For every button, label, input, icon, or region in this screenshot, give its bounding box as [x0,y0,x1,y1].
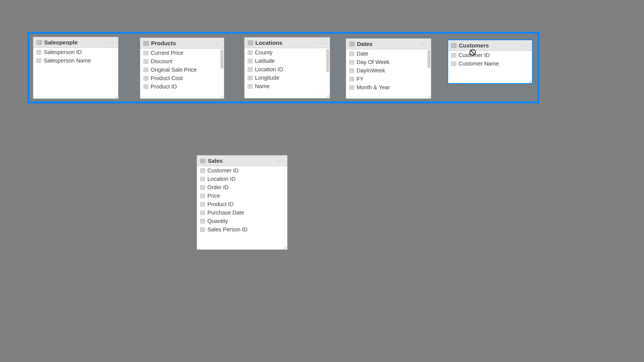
column-icon [143,67,148,72]
resize-grip[interactable] [528,79,532,83]
field-label: Quantity [207,218,228,224]
svg-rect-115 [452,62,456,66]
column-icon [248,50,253,55]
field-row[interactable]: County [245,48,330,57]
svg-rect-20 [144,51,148,55]
field-row[interactable]: Salesperson ID [33,48,118,56]
column-icon [200,219,205,224]
more-options-button[interactable]: ··· [419,41,428,47]
field-label: Current Price [151,50,183,56]
resize-grip[interactable] [325,94,329,98]
column-icon [200,202,205,207]
column-icon [349,51,354,56]
field-list[interactable]: Customer IDLocation IDOrder IDPriceProdu… [197,166,287,249]
field-row[interactable]: Date [346,49,431,58]
more-options-button[interactable]: ··· [521,43,529,49]
svg-rect-45 [248,41,253,45]
field-list[interactable]: Customer IDCustomer Name [448,51,532,83]
scrollbar-thumb[interactable] [220,49,223,69]
table-header[interactable]: Dates··· [346,39,431,49]
more-options-button[interactable]: ··· [276,158,284,164]
column-icon [248,59,253,64]
field-row[interactable]: Original Sale Price [140,66,224,74]
field-row[interactable]: Quantity [197,217,287,225]
table-header[interactable]: Salespeople··· [33,37,118,48]
table-products[interactable]: Products···Current PriceDiscountOriginal… [140,38,224,99]
field-row[interactable]: Day Of Week [346,58,431,66]
field-row[interactable]: Customer Name [448,59,532,68]
svg-rect-75 [350,42,354,46]
field-row[interactable]: Customer ID [448,51,532,59]
svg-rect-160 [200,228,205,231]
column-icon [200,185,205,190]
svg-rect-155 [200,219,205,223]
field-row[interactable]: Purchase Date [197,208,287,217]
field-label: Original Sale Price [151,67,197,73]
table-sales[interactable]: Sales···Customer IDLocation IDOrder IDPr… [197,155,288,250]
resize-grip[interactable] [283,245,287,249]
field-label: DayInWeek [356,67,385,74]
field-list[interactable]: Salesperson IDSalesperson Name [33,48,118,98]
field-row[interactable]: Product ID [197,200,287,208]
field-row[interactable]: Location ID [197,175,287,183]
field-label: Day Of Week [356,59,389,65]
field-row[interactable]: Product Cost [140,74,224,82]
field-row[interactable]: Discount [140,57,224,66]
field-row[interactable]: Customer ID [197,166,287,175]
svg-rect-30 [144,68,148,72]
table-header[interactable]: Locations··· [245,38,330,48]
field-label: Salesperson ID [44,49,82,55]
more-options-button[interactable]: ··· [318,40,327,46]
field-row[interactable]: Product ID [140,82,224,91]
field-label: Month & Year [356,84,390,90]
field-list[interactable]: Current PriceDiscountOriginal Sale Price… [140,49,224,98]
field-label: Purchase Date [207,210,244,216]
field-label: Product ID [207,201,234,207]
table-locations[interactable]: Locations···CountyLatitudeLocation IDLon… [244,37,330,98]
column-icon [349,85,354,90]
field-row[interactable]: Current Price [140,49,224,57]
table-header[interactable]: Customers··· [448,40,532,51]
table-header[interactable]: Products··· [140,38,224,49]
svg-rect-70 [248,84,252,88]
table-icon [451,43,457,48]
svg-rect-145 [200,202,205,206]
table-title: Locations [255,39,316,46]
field-row[interactable]: Month & Year [346,83,431,92]
field-row[interactable]: Price [197,192,287,200]
field-row[interactable]: FY [346,75,431,83]
table-header[interactable]: Sales··· [197,156,287,166]
field-label: Location ID [255,66,283,72]
table-title: Dates [357,41,417,47]
table-icon [349,41,355,47]
field-row[interactable]: Name [245,82,330,90]
scrollbar-thumb[interactable] [326,49,329,72]
field-row[interactable]: Sales Person ID [197,225,287,234]
field-list[interactable]: CountyLatitudeLocation IDLongitudeName [245,48,330,98]
column-icon [248,84,253,89]
field-row[interactable]: Latitude [245,57,330,65]
more-options-button[interactable]: ··· [212,40,221,46]
field-row[interactable]: Longitude [245,74,330,82]
field-row[interactable]: Location ID [245,65,330,74]
field-label: Name [255,83,270,89]
svg-rect-35 [144,76,148,80]
field-row[interactable]: DayInWeek [346,66,431,75]
table-dates[interactable]: Dates···DateDay Of WeekDayInWeekFYMonth … [346,38,431,99]
field-label: Discount [151,58,172,64]
resize-grip[interactable] [220,94,223,98]
column-icon [349,77,354,82]
resize-grip[interactable] [427,94,430,98]
svg-rect-10 [37,59,41,62]
resize-grip[interactable] [114,94,118,98]
field-row[interactable]: Salesperson Name [33,56,118,65]
scrollbar-thumb[interactable] [427,50,430,68]
column-icon [349,68,354,73]
svg-rect-60 [248,67,252,71]
field-row[interactable]: Order ID [197,183,287,192]
more-options-button[interactable]: ··· [107,39,115,46]
field-list[interactable]: DateDay Of WeekDayInWeekFYMonth & Year [346,49,431,98]
model-canvas[interactable]: Salespeople···Salesperson IDSalesperson … [0,0,644,362]
table-customers[interactable]: Customers···Customer IDCustomer Name [447,39,533,84]
table-salespeople[interactable]: Salespeople···Salesperson IDSalesperson … [33,37,118,99]
